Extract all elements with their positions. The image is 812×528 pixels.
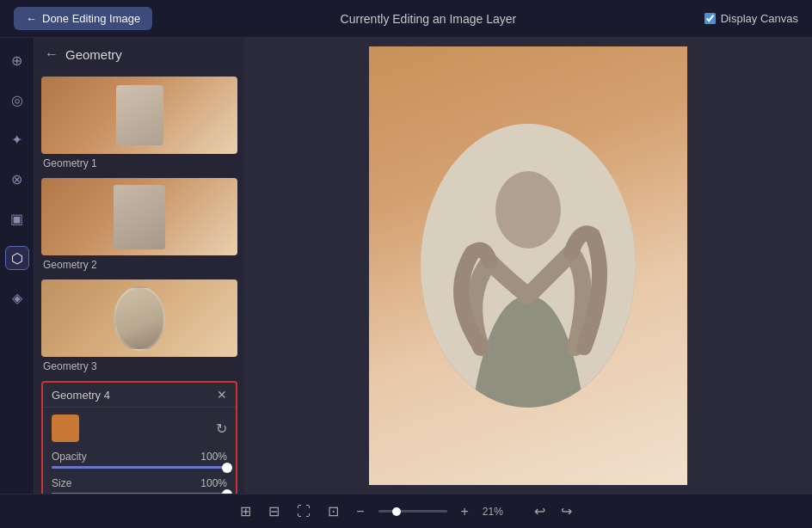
page-title: Currently Editing an Image Layer bbox=[341, 12, 517, 26]
icon-bar-item-5[interactable]: ▣ bbox=[5, 206, 29, 230]
geo-thumbnail-3 bbox=[41, 279, 237, 357]
geo-expanded-header: Geometry 4 ✕ bbox=[43, 383, 236, 408]
geometry-item-2[interactable]: Geometry 2 bbox=[41, 178, 237, 273]
zoom-thumb[interactable] bbox=[392, 507, 401, 516]
opacity-track[interactable] bbox=[52, 466, 227, 469]
icon-bar-item-4[interactable]: ⊗ bbox=[5, 167, 29, 191]
icon-bar: ⊕ ◎ ✦ ⊗ ▣ ⬡ ◈ bbox=[0, 38, 34, 494]
redo-icon[interactable]: ↪ bbox=[557, 500, 575, 523]
display-canvas-label: Display Canvas bbox=[721, 12, 798, 25]
canvas-area bbox=[244, 38, 812, 494]
icon-bar-item-1[interactable]: ⊕ bbox=[5, 48, 29, 72]
icon-bar-item-7[interactable]: ◈ bbox=[5, 285, 29, 310]
fullscreen-icon[interactable]: ⛶ bbox=[293, 500, 314, 523]
geo-circle-3 bbox=[114, 286, 165, 351]
size-value: 100% bbox=[200, 477, 227, 489]
geometry-list: Geometry 1 Geometry 2 Geometry 3 bbox=[34, 71, 244, 494]
geo-thumbnail-2 bbox=[41, 178, 237, 255]
fit-icon[interactable]: ⊡ bbox=[324, 500, 342, 523]
opacity-label-row: Opacity 100% bbox=[52, 451, 227, 463]
opacity-fill bbox=[52, 466, 227, 469]
oval-mask bbox=[421, 124, 636, 408]
size-label-row: Size 100% bbox=[52, 477, 227, 489]
person-svg bbox=[421, 124, 636, 408]
undo-icon[interactable]: ↩ bbox=[531, 500, 549, 523]
canvas-wrapper bbox=[369, 46, 687, 485]
color-refresh-row: ↻ bbox=[52, 414, 227, 442]
opacity-row: Opacity 100% bbox=[52, 451, 227, 469]
zoom-percent: 21% bbox=[483, 506, 510, 518]
svg-point-2 bbox=[495, 171, 561, 249]
done-editing-label: Done Editing Image bbox=[42, 12, 140, 25]
top-bar: ← Done Editing Image Currently Editing a… bbox=[0, 0, 812, 38]
geo-thumbnail-1 bbox=[41, 77, 237, 154]
canvas-image bbox=[369, 46, 687, 485]
zoom-out-icon[interactable]: − bbox=[353, 500, 367, 523]
icon-bar-item-2[interactable]: ◎ bbox=[5, 88, 29, 112]
panel-title: Geometry bbox=[65, 47, 122, 62]
back-arrow-icon[interactable]: ← bbox=[45, 46, 58, 62]
grid-icon[interactable]: ⊟ bbox=[265, 500, 283, 523]
done-editing-button[interactable]: ← Done Editing Image bbox=[14, 7, 152, 30]
display-canvas-checkbox[interactable] bbox=[704, 13, 716, 24]
geo-image-1 bbox=[41, 77, 237, 154]
geo-expanded-body: ↻ Opacity 100% bbox=[43, 408, 236, 494]
geometry-item-3[interactable]: Geometry 3 bbox=[41, 279, 237, 374]
geo-label-2: Geometry 2 bbox=[41, 255, 237, 273]
zoom-slider[interactable] bbox=[378, 510, 447, 513]
refresh-icon[interactable]: ↻ bbox=[216, 421, 227, 437]
main-content: ⊕ ◎ ✦ ⊗ ▣ ⬡ ◈ ← Geometry Geometry 1 bbox=[0, 38, 812, 494]
opacity-thumb[interactable] bbox=[222, 463, 232, 473]
size-label: Size bbox=[52, 477, 71, 489]
panel-header: ← Geometry bbox=[34, 38, 244, 71]
geo-label-3: Geometry 3 bbox=[41, 357, 237, 374]
icon-bar-item-3[interactable]: ✦ bbox=[5, 127, 29, 151]
zoom-in-icon[interactable]: + bbox=[458, 500, 472, 523]
icon-bar-item-geometry[interactable]: ⬡ bbox=[5, 246, 29, 270]
close-icon[interactable]: ✕ bbox=[217, 388, 227, 402]
size-thumb[interactable] bbox=[222, 489, 232, 494]
geo-label-1: Geometry 1 bbox=[41, 154, 237, 171]
geo-image-2 bbox=[41, 178, 237, 255]
size-track[interactable] bbox=[52, 493, 227, 494]
size-fill bbox=[52, 493, 227, 494]
side-panel: ← Geometry Geometry 1 Ge bbox=[34, 38, 244, 494]
opacity-label: Opacity bbox=[52, 451, 87, 463]
done-arrow-icon: ← bbox=[26, 12, 37, 25]
geometry-item-1[interactable]: Geometry 1 bbox=[41, 77, 237, 171]
bottom-right-icons: ↩ ↪ bbox=[531, 500, 575, 523]
geo-image-3 bbox=[41, 279, 237, 357]
geometry-item-4-expanded: Geometry 4 ✕ ↻ Opacity 100% bbox=[41, 381, 237, 494]
geo-expanded-title: Geometry 4 bbox=[52, 389, 110, 402]
bottom-bar: ⊞ ⊟ ⛶ ⊡ − + 21% ↩ ↪ bbox=[0, 494, 812, 528]
display-canvas-group: Display Canvas bbox=[704, 12, 798, 25]
color-swatch[interactable] bbox=[52, 414, 79, 442]
size-row: Size 100% bbox=[52, 477, 227, 494]
opacity-value: 100% bbox=[200, 451, 227, 463]
layers-icon[interactable]: ⊞ bbox=[237, 500, 255, 523]
